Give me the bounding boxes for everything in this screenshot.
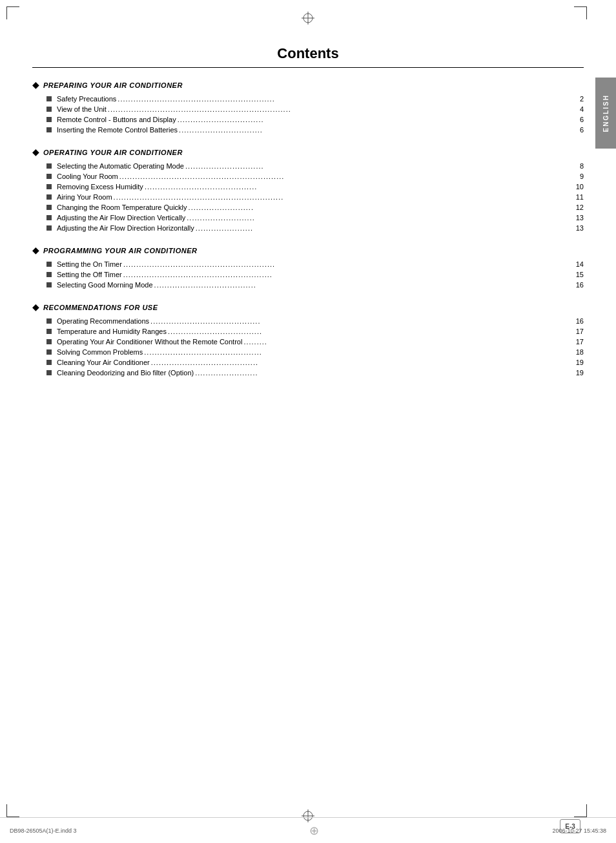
toc-entry: Selecting the Automatic Operating Mode..…	[32, 162, 584, 170]
toc-bullet	[46, 174, 52, 179]
toc-page-num: 16	[576, 317, 584, 325]
toc-text: Airing Your Room .......................…	[57, 193, 584, 201]
toc-label: Operating Recommendations	[57, 317, 149, 325]
toc-dots: ........................................…	[118, 172, 580, 180]
toc-entry: Setting the Off Timer ..................…	[32, 271, 584, 278]
toc-bullet	[46, 205, 52, 210]
toc-dots: ........................................…	[143, 348, 575, 356]
section-title-operating: OPERATING YOUR AIR CONDITIONER	[43, 149, 183, 156]
language-tab: ENGLISH	[595, 78, 616, 149]
toc-label: Safety Precautions	[57, 95, 116, 103]
toc-text: Operating Your Air Conditioner Without t…	[57, 338, 584, 346]
toc-dots: ........................	[194, 369, 576, 377]
toc-text: Adjusting the Air Flow Direction Horizon…	[57, 224, 584, 232]
toc-dots: ........................................…	[143, 183, 576, 191]
toc-dots: ....................................	[167, 328, 576, 335]
corner-mark-bl	[6, 804, 19, 817]
footer: DB98-26505A(1)-E.indd 3 ⊕ 2006-10-27 15:…	[0, 817, 616, 843]
toc-page-num: 11	[576, 193, 584, 201]
toc-bullet	[46, 184, 52, 189]
language-label: ENGLISH	[602, 94, 610, 132]
toc-bullet	[46, 318, 52, 324]
toc-entry: Cleaning Deodorizing and Bio filter (Opt…	[32, 369, 584, 377]
toc-page-num: 10	[576, 183, 584, 191]
toc-text: Remote Control - Buttons and Display ...…	[57, 116, 584, 123]
toc-page-num: 17	[576, 338, 584, 346]
page-title: Contents	[32, 45, 584, 62]
section-header-recommendations: ◆RECOMMENDATIONS FOR USE	[32, 302, 584, 312]
toc-bullet	[46, 96, 52, 101]
toc-entry: Setting the On Timer ...................…	[32, 260, 584, 268]
section-diamond-preparing: ◆	[32, 79, 39, 90]
toc-label: Inserting the Remote Control Batteries	[57, 126, 178, 134]
toc-page-num: 19	[576, 359, 584, 366]
section-programming: ◆PROGRAMMING YOUR AIR CONDITIONERSetting…	[32, 245, 584, 289]
toc-text: Removing Excess Humidity ...............…	[57, 183, 584, 191]
toc-label: Airing Your Room	[57, 193, 112, 201]
toc-label: Cleaning Deodorizing and Bio filter (Opt…	[57, 369, 194, 377]
toc-dots: ......................	[194, 224, 576, 232]
footer-timestamp: 2006-10-27 15:45:38	[552, 827, 606, 834]
toc-label: Changing the Room Temperature Quickly	[57, 203, 187, 211]
toc-page-num: 13	[576, 214, 584, 222]
toc-label: Setting the On Timer	[57, 260, 122, 268]
toc-label: Remote Control - Buttons and Display	[57, 116, 176, 123]
toc-label: Removing Excess Humidity	[57, 183, 143, 191]
toc-bullet	[46, 215, 52, 220]
toc-dots: ........................................…	[116, 95, 580, 103]
section-header-operating: ◆OPERATING YOUR AIR CONDITIONER	[32, 147, 584, 157]
toc-text: Cleaning Deodorizing and Bio filter (Opt…	[57, 369, 584, 377]
toc-label: Adjusting the Air Flow Direction Vertica…	[57, 214, 185, 222]
section-header-programming: ◆PROGRAMMING YOUR AIR CONDITIONER	[32, 245, 584, 255]
toc-dots: ........................................…	[122, 271, 576, 278]
corner-mark-tr	[574, 6, 587, 19]
toc-dots: .........................	[187, 203, 576, 211]
toc-dots: .........	[242, 338, 575, 346]
toc-page-num: 15	[576, 271, 584, 278]
section-diamond-recommendations: ◆	[32, 302, 39, 312]
toc-entry: Selecting Good Morning Mode ............…	[32, 281, 584, 289]
toc-page-num: 6	[580, 116, 584, 123]
section-diamond-operating: ◆	[32, 147, 39, 157]
toc-text: Adjusting the Air Flow Direction Vertica…	[57, 214, 584, 222]
toc-page-num: 9	[580, 172, 584, 180]
toc-bullet	[46, 282, 52, 287]
toc-page-num: 2	[580, 95, 584, 103]
toc-entry: Safety Precautions......................…	[32, 95, 584, 103]
footer-center-mark: ⊕	[309, 824, 319, 838]
toc-page-num: 16	[576, 281, 584, 289]
toc-page-num: 18	[576, 348, 584, 356]
toc-entry: Temperature and Humidity Ranges.........…	[32, 328, 584, 335]
toc-text: Operating Recommendations ..............…	[57, 317, 584, 325]
toc-dots: ..............................	[184, 162, 580, 170]
toc-bullet	[46, 262, 52, 267]
toc-page-num: 13	[576, 224, 584, 232]
section-header-preparing: ◆PREPARING YOUR AIR CONDITIONER	[32, 79, 584, 90]
toc-text: Cleaning Your Air Conditioner ..........…	[57, 359, 584, 366]
toc-bullet	[46, 349, 52, 355]
toc-entry: Operating Your Air Conditioner Without t…	[32, 338, 584, 346]
toc-bullet	[46, 117, 52, 122]
toc-dots: ................................	[178, 126, 580, 134]
toc-label: Selecting the Automatic Operating Mode	[57, 162, 184, 170]
section-recommendations: ◆RECOMMENDATIONS FOR USEOperating Recomm…	[32, 302, 584, 377]
toc-entry: Changing the Room Temperature Quickly ..…	[32, 203, 584, 211]
toc-text: Selecting Good Morning Mode ............…	[57, 281, 584, 289]
toc-text: Safety Precautions......................…	[57, 95, 584, 103]
toc-entry: Solving Common Problems ................…	[32, 348, 584, 356]
toc-entry: Airing Your Room .......................…	[32, 193, 584, 201]
toc-label: View of the Unit	[57, 105, 107, 113]
toc-page-num: 17	[576, 328, 584, 335]
toc-bullet	[46, 107, 52, 112]
toc-dots: ........................................…	[149, 317, 576, 325]
toc-sections: ◆PREPARING YOUR AIR CONDITIONERSafety Pr…	[32, 79, 584, 377]
toc-bullet	[46, 339, 52, 344]
toc-entry: Cleaning Your Air Conditioner ..........…	[32, 359, 584, 366]
toc-bullet	[46, 329, 52, 334]
page: ENGLISH Contents ◆PREPARING YOUR AIR CON…	[0, 0, 616, 843]
corner-mark-tl	[6, 6, 19, 19]
toc-text: Inserting the Remote Control Batteries .…	[57, 126, 584, 134]
toc-label: Solving Common Problems	[57, 348, 143, 356]
toc-text: Setting the Off Timer ..................…	[57, 271, 584, 278]
section-title-preparing: PREPARING YOUR AIR CONDITIONER	[43, 81, 183, 89]
